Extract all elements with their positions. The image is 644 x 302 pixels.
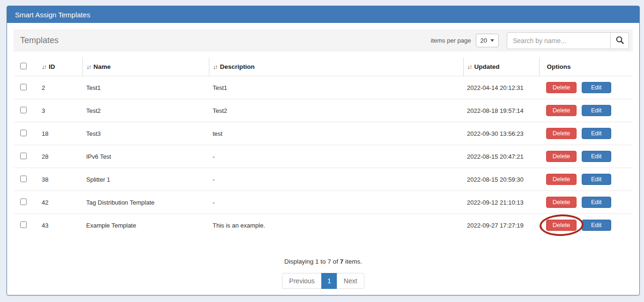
items-per-page-select[interactable]: 20 xyxy=(476,34,499,47)
select-all-header xyxy=(14,58,38,76)
cell-updated: 2022-08-18 19:57:14 xyxy=(463,99,539,122)
cell-description: - xyxy=(209,145,463,168)
row-checkbox[interactable] xyxy=(20,199,27,205)
cell-description: Test2 xyxy=(209,99,463,122)
cell-updated: 2022-09-27 17:27:19 xyxy=(463,214,539,237)
cell-name: Tag Distribution Template xyxy=(82,191,209,214)
displaying-items-text: Displaying 1 to 7 of 7 items. xyxy=(14,258,633,265)
edit-button[interactable]: Edit xyxy=(582,82,611,93)
row-checkbox[interactable] xyxy=(20,221,27,228)
edit-button[interactable]: Edit xyxy=(582,105,611,116)
delete-button[interactable]: Delete xyxy=(546,105,577,116)
cell-description: test xyxy=(209,122,463,145)
search-button[interactable] xyxy=(610,32,629,49)
row-checkbox[interactable] xyxy=(20,84,27,90)
section-title: Templates xyxy=(20,36,59,45)
sort-icon: ↓↑ xyxy=(467,63,472,70)
cell-name: Splitter 1 xyxy=(82,168,209,191)
cell-id: 43 xyxy=(38,214,82,237)
column-header-name[interactable]: ↓↑Name xyxy=(82,58,209,76)
column-header-updated[interactable]: ↓↑Updated xyxy=(463,58,539,76)
cell-name: Test2 xyxy=(82,99,209,122)
panel-body: Templates items per page 20 xyxy=(7,23,639,295)
search-group xyxy=(507,32,629,49)
column-header-options: Options xyxy=(539,58,633,76)
edit-button[interactable]: Edit xyxy=(582,220,611,231)
table-row: 28 IPv6 Test - 2022-08-15 20:47:21 Delet… xyxy=(14,145,633,168)
table-header-row: ↓↑ID ↓↑Name ↓↑Description ↓↑Updated Opti… xyxy=(14,58,633,76)
table-toolbar: Templates items per page 20 xyxy=(14,29,633,52)
sort-icon: ↓↑ xyxy=(42,63,46,70)
table-row: 38 Splitter 1 - 2022-08-15 20:59:30 Dele… xyxy=(14,168,633,191)
cell-id: 28 xyxy=(38,145,82,168)
cell-name: Example Template xyxy=(82,214,209,237)
table-row: 42 Tag Distribution Template - 2022-09-1… xyxy=(14,191,633,214)
row-checkbox[interactable] xyxy=(20,130,27,136)
cell-updated: 2022-09-30 13:56:23 xyxy=(463,122,539,145)
cell-description: This is an example. xyxy=(209,214,463,237)
delete-button[interactable]: Delete xyxy=(546,197,577,208)
delete-button[interactable]: Delete xyxy=(546,151,577,162)
delete-button[interactable]: Delete xyxy=(546,174,577,185)
cell-description: - xyxy=(209,191,463,214)
column-header-description[interactable]: ↓↑Description xyxy=(209,58,463,76)
templates-table: ↓↑ID ↓↑Name ↓↑Description ↓↑Updated Opti… xyxy=(14,58,633,236)
delete-button[interactable]: Delete xyxy=(546,82,577,93)
cell-updated: 2022-09-12 21:10:13 xyxy=(463,191,539,214)
pagination-container: Previous 1 Next xyxy=(14,273,633,289)
cell-updated: 2022-08-15 20:47:21 xyxy=(463,145,539,168)
cell-id: 3 xyxy=(38,99,82,122)
pagination-previous[interactable]: Previous xyxy=(282,273,321,289)
search-icon xyxy=(615,36,624,46)
panel-header: Smart Assign Templates xyxy=(7,6,639,23)
table-row: 2 Test1 Test1 2022-04-14 20:12:31 Delete… xyxy=(14,76,633,99)
row-checkbox[interactable] xyxy=(20,153,27,159)
pagination-next[interactable]: Next xyxy=(337,273,364,289)
cell-id: 42 xyxy=(38,191,82,214)
pagination-page-1[interactable]: 1 xyxy=(321,273,337,289)
delete-button-circled[interactable]: Delete xyxy=(546,220,577,231)
sort-icon: ↓↑ xyxy=(87,63,91,70)
table-row: 3 Test2 Test2 2022-08-18 19:57:14 Delete… xyxy=(14,99,633,122)
delete-button[interactable]: Delete xyxy=(546,128,577,139)
cell-name: Test3 xyxy=(82,122,209,145)
edit-button[interactable]: Edit xyxy=(582,174,611,185)
cell-description: - xyxy=(209,168,463,191)
items-per-page-label: items per page xyxy=(431,37,471,44)
row-checkbox[interactable] xyxy=(20,176,27,182)
edit-button[interactable]: Edit xyxy=(582,197,611,208)
search-input[interactable] xyxy=(507,32,611,49)
table-row: 43 Example Template This is an example. … xyxy=(14,214,633,237)
edit-button[interactable]: Edit xyxy=(582,128,611,139)
cell-description: Test1 xyxy=(209,76,463,99)
select-all-checkbox[interactable] xyxy=(20,63,27,69)
row-checkbox[interactable] xyxy=(20,107,27,113)
cell-updated: 2022-04-14 20:12:31 xyxy=(463,76,539,99)
smart-assign-templates-panel: Smart Assign Templates Templates items p… xyxy=(7,6,640,295)
page-title: Smart Assign Templates xyxy=(15,11,90,19)
cell-id: 18 xyxy=(38,122,82,145)
cell-updated: 2022-08-15 20:59:30 xyxy=(463,168,539,191)
sort-icon: ↓↑ xyxy=(213,63,217,70)
edit-button[interactable]: Edit xyxy=(582,151,611,162)
table-row: 18 Test3 test 2022-09-30 13:56:23 Delete… xyxy=(14,122,633,145)
cell-id: 2 xyxy=(38,76,82,99)
pagination: Previous 1 Next xyxy=(282,273,364,289)
cell-name: IPv6 Test xyxy=(82,145,209,168)
column-header-id[interactable]: ↓↑ID xyxy=(38,58,82,76)
cell-name: Test1 xyxy=(82,76,209,99)
chevron-down-icon xyxy=(490,39,494,42)
items-per-page-value: 20 xyxy=(481,37,487,44)
toolbar-controls: items per page 20 xyxy=(431,32,629,49)
cell-id: 38 xyxy=(38,168,82,191)
